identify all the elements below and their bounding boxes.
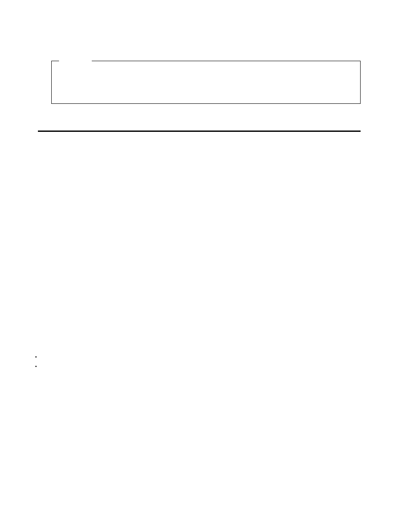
section-divider (38, 131, 361, 132)
note-box (51, 61, 361, 104)
note-legend-label (59, 56, 92, 65)
